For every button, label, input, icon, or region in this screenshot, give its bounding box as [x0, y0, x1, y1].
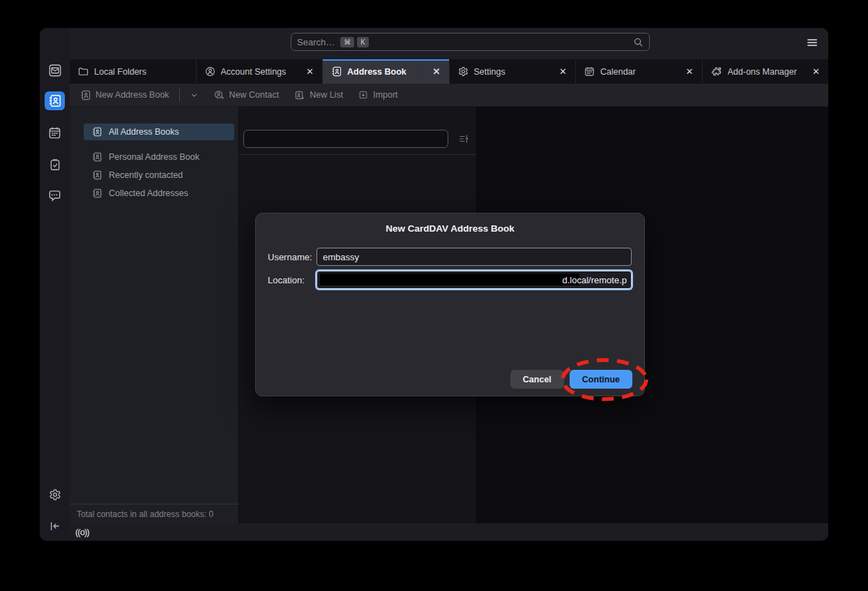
chat-icon	[48, 189, 61, 202]
space-calendar-button[interactable]	[45, 124, 65, 142]
location-row: Location: d.local/remote.p	[268, 271, 632, 289]
thunderbird-window: Search… ⌘ K	[40, 28, 828, 541]
dialog-buttons: Cancel Continue	[510, 370, 632, 389]
tab-label: Calendar	[600, 67, 636, 77]
address-book-icon	[48, 94, 61, 107]
list-item-recently-contacted[interactable]: Recently contacted	[84, 167, 234, 184]
space-mail-button[interactable]	[45, 61, 65, 80]
close-icon[interactable]: ✕	[432, 66, 442, 77]
gear-icon	[458, 66, 469, 77]
username-label: Username:	[268, 252, 312, 262]
tab-bar: Local Folders Account Settings ✕	[70, 59, 828, 84]
dialog-title: New CardDAV Address Book	[256, 223, 644, 234]
address-book-toolbar: New Address Book New Contact	[70, 84, 828, 107]
desktop: Search… ⌘ K	[0, 0, 868, 591]
import-icon	[358, 90, 368, 100]
address-book-icon	[92, 188, 102, 198]
space-tasks-button[interactable]	[45, 155, 65, 174]
person-add-icon	[214, 90, 224, 100]
list-item-label: All Address Books	[109, 127, 179, 137]
calendar-icon	[584, 66, 595, 77]
cmd-keycap: ⌘	[340, 37, 354, 47]
location-input[interactable]: d.local/remote.p	[317, 271, 632, 289]
spaces-toolbar	[40, 28, 70, 541]
location-label: Location:	[268, 275, 312, 285]
list-item-label: Collected Addresses	[109, 188, 188, 198]
global-search-bar[interactable]: Search… ⌘ K	[291, 33, 650, 51]
tab-account-settings[interactable]: Account Settings ✕	[197, 59, 323, 84]
folder-icon	[78, 66, 89, 77]
mail-icon	[48, 63, 62, 77]
list-item-label: Personal Address Book	[109, 152, 199, 162]
search-placeholder: Search…	[297, 37, 335, 47]
gear-icon	[49, 488, 61, 501]
username-row: Username:	[268, 248, 632, 266]
tab-address-book[interactable]: Address Book ✕	[323, 59, 450, 84]
close-icon[interactable]: ✕	[305, 66, 315, 77]
new-list-button[interactable]: New List	[294, 90, 343, 100]
titlebar: Search… ⌘ K	[70, 28, 828, 59]
tab-label: Add-ons Manager	[728, 67, 797, 77]
space-address-book-button[interactable]	[45, 91, 65, 110]
contacts-search-input[interactable]	[243, 130, 448, 148]
spaces-collapse-button[interactable]	[45, 516, 65, 535]
chevron-down-icon[interactable]	[190, 91, 199, 100]
tab-settings[interactable]: Settings ✕	[450, 59, 577, 84]
list-item-personal-address-book[interactable]: Personal Address Book	[84, 149, 234, 165]
list-add-icon	[294, 90, 305, 100]
username-input[interactable]	[317, 248, 632, 266]
display-options-icon[interactable]	[458, 133, 469, 144]
list-item-label: Recently contacted	[109, 170, 183, 180]
tab-label: Settings	[474, 67, 505, 77]
account-icon	[205, 66, 215, 77]
cancel-button[interactable]: Cancel	[510, 370, 564, 389]
close-icon[interactable]: ✕	[558, 66, 568, 77]
divider	[179, 89, 180, 101]
tab-label: Local Folders	[94, 67, 146, 77]
contacts-count-footer: Total contacts in all address books: 0	[70, 504, 238, 523]
import-label: Import	[373, 90, 397, 100]
address-book-icon	[331, 66, 342, 77]
tab-label: Account Settings	[221, 67, 287, 77]
cards-pane-header	[239, 107, 476, 155]
new-list-label: New List	[310, 90, 343, 100]
tab-local-folders[interactable]: Local Folders	[70, 59, 197, 84]
puzzle-icon	[711, 66, 722, 77]
new-contact-label: New Contact	[229, 90, 280, 100]
tab-label: Address Book	[347, 67, 406, 77]
space-chat-button[interactable]	[45, 186, 65, 205]
tab-addons-manager[interactable]: Add-ons Manager ✕	[703, 59, 829, 84]
address-book-add-icon	[80, 90, 91, 100]
close-icon[interactable]: ✕	[685, 66, 695, 77]
address-books-pane: All Address Books Personal Address Book	[70, 107, 238, 523]
address-book-icon	[92, 170, 102, 180]
app-menu-button[interactable]	[806, 36, 818, 49]
spaces-settings-button[interactable]	[45, 485, 65, 504]
redaction-bar	[320, 274, 579, 285]
collapse-icon	[49, 520, 61, 532]
search-icon	[633, 37, 644, 47]
new-address-book-button[interactable]: New Address Book	[80, 89, 199, 101]
tasks-icon	[49, 158, 61, 171]
status-bar: ((o))	[70, 523, 828, 541]
list-item-collected-addresses[interactable]: Collected Addresses	[84, 185, 234, 202]
address-book-icon	[92, 152, 102, 162]
address-book-icon	[92, 127, 102, 137]
new-contact-button[interactable]: New Contact	[214, 90, 280, 100]
import-button[interactable]: Import	[358, 90, 397, 100]
total-contacts-text: Total contacts in all address books: 0	[77, 509, 213, 519]
continue-button[interactable]: Continue	[570, 370, 632, 389]
new-address-book-label: New Address Book	[96, 90, 169, 100]
address-book-list: All Address Books Personal Address Book	[70, 124, 238, 203]
calendar-icon	[48, 126, 61, 140]
list-item-all-address-books[interactable]: All Address Books	[84, 124, 234, 140]
network-status-icon: ((o))	[75, 527, 89, 537]
location-visible-text: d.local/remote.p	[563, 275, 627, 285]
k-keycap: K	[357, 37, 369, 47]
tab-calendar[interactable]: Calendar ✕	[576, 59, 703, 84]
close-icon[interactable]: ✕	[811, 66, 821, 77]
new-carddav-dialog: New CardDAV Address Book Username: Locat…	[255, 213, 645, 396]
